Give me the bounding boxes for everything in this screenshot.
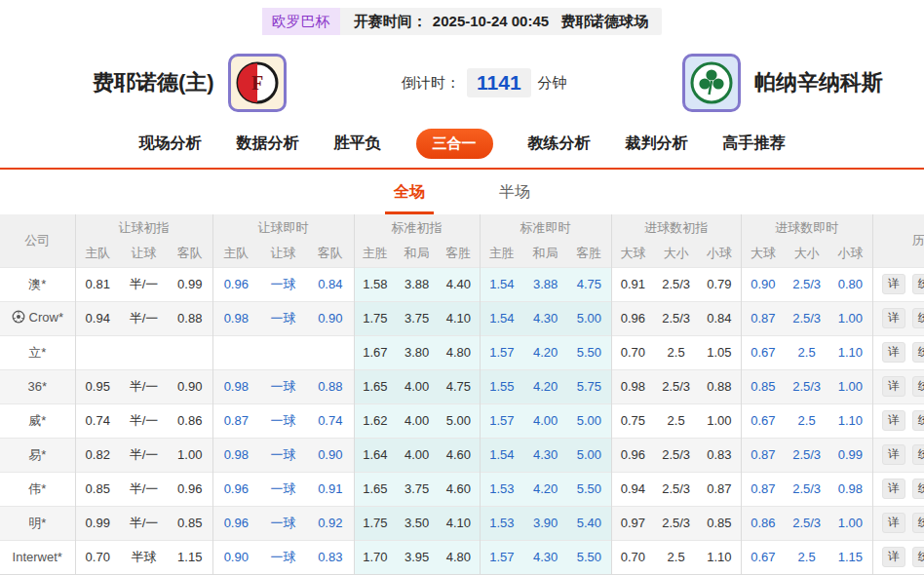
odds-cell: 4.20 (523, 335, 567, 369)
company-cell[interactable]: 立* (0, 335, 75, 369)
stats-button[interactable]: 统 (912, 342, 924, 363)
company-cell[interactable]: 36* (0, 369, 75, 403)
odds-cell: 2.5 (785, 403, 828, 438)
odds-cell: 1.75 (354, 301, 396, 335)
nav-tab[interactable]: 教练分析 (528, 134, 591, 154)
match-header: 费耶诺德(主) F 倒计时： 1141 分钟 (0, 47, 924, 119)
stats-button[interactable]: 统 (912, 547, 924, 567)
col-group-header: 标准即时 (480, 214, 611, 241)
company-cell[interactable]: Interwet* (0, 540, 75, 574)
scope-tab[interactable]: 半场 (490, 182, 539, 214)
col-subheader: 小球 (698, 241, 741, 267)
league-badge[interactable]: 欧罗巴杯 (262, 8, 340, 35)
odds-cell (168, 335, 212, 369)
stats-button[interactable]: 统 (912, 308, 924, 328)
table-row: 36*0.95半/一0.900.98一球0.881.654.004.751.55… (0, 369, 924, 403)
odds-cell: 0.87 (741, 472, 785, 506)
nav-tab[interactable]: 胜平负 (334, 134, 381, 154)
odds-cell: 1.65 (354, 472, 396, 506)
odds-cell: 0.74 (307, 403, 354, 438)
action-cell: 详统 (872, 540, 924, 574)
action-cell: 详统 (872, 335, 924, 369)
odds-cell: 2.5/3 (654, 267, 698, 301)
odds-cell: 1.00 (828, 369, 872, 403)
company-name: Interwet* (13, 550, 62, 564)
odds-cell: 半/一 (120, 438, 168, 472)
odds-cell: 1.00 (828, 301, 872, 335)
odds-cell (120, 335, 168, 369)
odds-cell: 0.85 (741, 369, 785, 403)
action-cell: 详统 (872, 506, 924, 540)
odds-cell: 0.96 (611, 301, 654, 335)
odds-cell: 0.92 (307, 506, 354, 540)
detail-button[interactable]: 详 (882, 274, 905, 294)
nav-tab[interactable]: 数据分析 (237, 134, 299, 154)
odds-table-body: 澳*0.81半/一0.990.96一球0.841.583.884.401.543… (0, 267, 924, 575)
home-team: 费耶诺德(主) F (93, 54, 287, 112)
detail-button[interactable]: 详 (882, 513, 905, 533)
table-row: 澳*0.81半/一0.990.96一球0.841.583.884.401.543… (0, 267, 924, 301)
odds-cell: 0.96 (212, 472, 259, 506)
stats-button[interactable]: 统 (912, 444, 924, 465)
stats-button[interactable]: 统 (912, 376, 924, 397)
odds-cell: 4.80 (438, 335, 480, 369)
col-subheader: 主队 (75, 241, 120, 267)
odds-cell: 0.70 (611, 335, 654, 369)
company-cell[interactable]: 易* (0, 438, 75, 472)
odds-cell: 5.40 (567, 506, 611, 540)
company-cell[interactable]: 威* (0, 403, 75, 438)
col-subheader: 客队 (168, 241, 212, 267)
odds-cell: 0.81 (75, 267, 120, 301)
detail-button[interactable]: 详 (882, 342, 905, 363)
kickoff-label: 开赛时间： (340, 8, 433, 35)
odds-cell: 4.40 (438, 267, 480, 301)
nav-tab[interactable]: 现场分析 (139, 134, 202, 154)
feyenoord-crest-icon: F (235, 60, 280, 105)
nav-tab[interactable]: 三合一 (416, 129, 493, 159)
nav-tab[interactable]: 高手推荐 (723, 134, 786, 154)
stats-button[interactable]: 统 (912, 479, 924, 499)
table-row: 易*0.82半/一1.000.98一球0.901.644.004.601.544… (0, 438, 924, 472)
odds-cell: 半/一 (120, 403, 168, 438)
stats-button[interactable]: 统 (912, 410, 924, 431)
odds-cell: 3.75 (396, 301, 438, 335)
company-name: 易* (28, 446, 46, 464)
stats-button[interactable]: 统 (912, 513, 924, 533)
company-cell[interactable]: 明* (0, 506, 75, 540)
odds-cell: 4.10 (438, 301, 480, 335)
detail-button[interactable]: 详 (882, 479, 905, 499)
col-subheader: 小球 (828, 241, 872, 267)
odds-cell (307, 335, 354, 369)
countdown-unit: 分钟 (538, 74, 567, 93)
nav-tab[interactable]: 裁判分析 (626, 134, 688, 154)
odds-cell: 0.98 (212, 438, 259, 472)
odds-cell: 0.88 (168, 301, 212, 335)
detail-button[interactable]: 详 (882, 376, 905, 397)
stats-button[interactable]: 统 (912, 274, 924, 294)
detail-button[interactable]: 详 (882, 547, 905, 567)
odds-cell: 一球 (259, 267, 307, 301)
scope-tab[interactable]: 全场 (385, 182, 434, 214)
detail-button[interactable]: 详 (882, 308, 905, 328)
odds-cell: 1.53 (480, 472, 523, 506)
odds-cell: 4.20 (523, 369, 567, 403)
detail-button[interactable]: 详 (882, 410, 905, 431)
company-cell[interactable]: Crow* (0, 301, 75, 335)
col-group-header: 进球数即时 (741, 214, 872, 241)
odds-cell: 1.00 (698, 403, 741, 438)
col-subheader: 主胜 (480, 241, 523, 267)
odds-cell: 2.5/3 (785, 301, 828, 335)
odds-cell: 4.80 (438, 540, 480, 574)
odds-cell: 0.84 (307, 267, 354, 301)
odds-cell: 3.80 (396, 335, 438, 369)
company-cell[interactable]: 澳* (0, 267, 75, 301)
detail-button[interactable]: 详 (882, 444, 905, 465)
odds-cell: 0.70 (75, 540, 120, 574)
odds-cell: 0.97 (611, 506, 654, 540)
odds-cell: 一球 (259, 506, 307, 540)
odds-cell: 0.90 (212, 540, 259, 574)
odds-cell: 2.5/3 (654, 301, 698, 335)
odds-cell: 0.94 (75, 301, 120, 335)
odds-cell: 0.96 (212, 506, 259, 540)
company-cell[interactable]: 伟* (0, 472, 75, 506)
